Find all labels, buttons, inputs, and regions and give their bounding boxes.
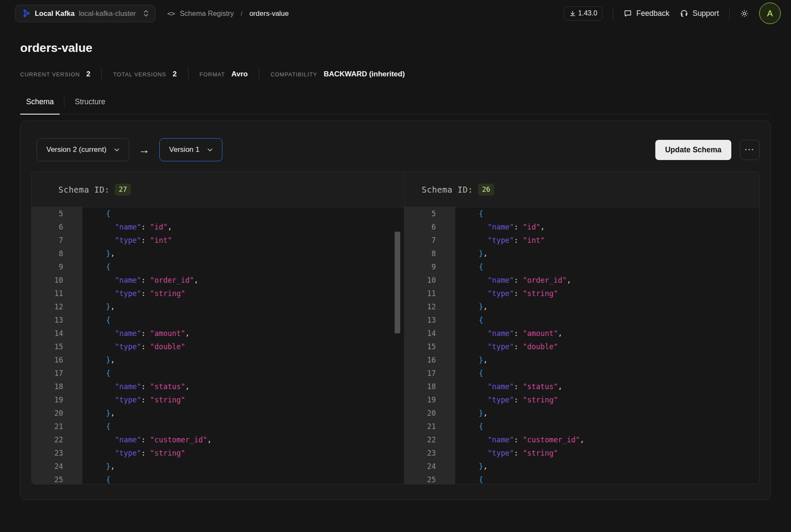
scrollbar-thumb[interactable] xyxy=(395,232,400,333)
schema-id-badge: 26 xyxy=(478,184,494,196)
line-number: 15 xyxy=(405,340,436,354)
line-number-gutter: 5678910111213141516171819202122232425 xyxy=(405,207,455,484)
divider xyxy=(64,96,64,107)
meta-total-versions: TOTAL VERSIONS 2 xyxy=(113,70,176,79)
support-button[interactable]: Support xyxy=(680,9,719,18)
meta-value: 2 xyxy=(86,70,90,79)
tab-structure[interactable]: Structure xyxy=(69,89,111,114)
tab-schema[interactable]: Schema xyxy=(20,89,60,114)
code-editor[interactable]: { "name": "id", "type": "int" }, { "name… xyxy=(455,207,759,484)
meta-row: CURRENT VERSION 2 TOTAL VERSIONS 2 FORMA… xyxy=(20,68,771,81)
theme-toggle-sun-icon[interactable] xyxy=(740,9,749,18)
code-line: "type": "string" xyxy=(461,287,759,300)
line-number: 20 xyxy=(32,407,63,420)
line-number: 14 xyxy=(32,327,63,340)
kafka-icon xyxy=(22,9,30,18)
schema-id-label: Schema ID: xyxy=(422,185,473,194)
diff-toolbar: Version 2 (current) → Version 1 Update S… xyxy=(21,121,770,161)
code-line: "name": "order_id", xyxy=(88,274,404,287)
code-line: }, xyxy=(461,300,759,314)
meta-value: 2 xyxy=(173,70,176,79)
code-brackets-icon: <> xyxy=(167,9,175,18)
cluster-id: local-kafka-cluster xyxy=(79,9,136,18)
line-number: 8 xyxy=(405,247,436,260)
code-line: { xyxy=(88,473,404,484)
code-line: "type": "int" xyxy=(461,234,759,247)
chat-bubble-icon xyxy=(624,9,632,18)
line-number: 23 xyxy=(32,447,63,460)
line-number: 21 xyxy=(32,420,63,433)
divider xyxy=(188,68,189,81)
line-number: 11 xyxy=(32,287,63,300)
code-line: "name": "status", xyxy=(88,380,404,393)
avatar[interactable]: A xyxy=(759,3,781,24)
line-number: 16 xyxy=(32,354,63,367)
line-number: 10 xyxy=(405,274,436,287)
meta-current-version: CURRENT VERSION 2 xyxy=(20,70,90,79)
meta-label: FORMAT xyxy=(200,71,225,78)
line-number: 5 xyxy=(32,207,63,221)
breadcrumb-separator: / xyxy=(239,10,244,17)
code-line: }, xyxy=(461,354,759,367)
line-number: 7 xyxy=(405,234,436,247)
version-select-left[interactable]: Version 2 (current) xyxy=(37,138,129,161)
breadcrumb-section[interactable]: Schema Registry xyxy=(180,9,234,18)
code-line: "name": "status", xyxy=(461,380,759,393)
code-line: }, xyxy=(88,300,404,314)
feedback-label: Feedback xyxy=(636,9,669,18)
line-number: 5 xyxy=(405,207,436,221)
schema-card: Version 2 (current) → Version 1 Update S… xyxy=(20,121,771,500)
diff-body: 5678910111213141516171819202122232425 { … xyxy=(32,207,759,484)
code-line: "type": "string" xyxy=(88,447,404,460)
meta-format: FORMAT Avro xyxy=(200,70,248,79)
code-line: "name": "order_id", xyxy=(461,274,759,287)
schema-diff: Schema ID: 27 Schema ID: 26 567891011121… xyxy=(31,172,760,484)
code-line: "type": "int" xyxy=(88,234,404,247)
meta-value: BACKWARD (inherited) xyxy=(324,70,405,79)
code-panel-right[interactable]: 5678910111213141516171819202122232425 { … xyxy=(404,207,759,484)
meta-compatibility: COMPATIBILITY BACKWARD (inherited) xyxy=(271,70,405,79)
divider xyxy=(101,68,102,81)
tab-bar: Schema Structure xyxy=(20,89,771,115)
line-number: 24 xyxy=(32,460,63,473)
diff-header-left: Schema ID: 27 xyxy=(32,172,404,207)
meta-label: TOTAL VERSIONS xyxy=(113,71,166,78)
line-number: 13 xyxy=(32,314,63,327)
line-number: 7 xyxy=(32,234,63,247)
code-line: { xyxy=(461,314,759,327)
breadcrumb: <> Schema Registry / orders-value xyxy=(167,9,289,18)
code-line: "type": "double" xyxy=(461,340,759,354)
code-line: }, xyxy=(88,407,404,420)
line-number: 9 xyxy=(405,260,436,274)
code-line: { xyxy=(461,367,759,380)
line-number: 22 xyxy=(32,433,63,447)
arrow-right-icon: → xyxy=(139,143,150,157)
code-editor[interactable]: { "name": "id", "type": "int" }, { "name… xyxy=(82,207,404,484)
page-title: orders-value xyxy=(20,41,771,55)
version-select-right[interactable]: Version 1 xyxy=(159,138,222,161)
code-panel-left[interactable]: 5678910111213141516171819202122232425 { … xyxy=(32,207,404,484)
code-line: { xyxy=(88,260,404,274)
app-version-badge[interactable]: 1.43.0 xyxy=(564,6,602,21)
divider xyxy=(259,68,259,81)
line-number: 9 xyxy=(32,260,63,274)
update-schema-button[interactable]: Update Schema xyxy=(655,140,731,160)
more-options-button[interactable]: ··· xyxy=(740,140,760,160)
line-number-gutter: 5678910111213141516171819202122232425 xyxy=(32,207,82,484)
code-line: }, xyxy=(88,460,404,473)
line-number: 17 xyxy=(405,367,436,380)
line-number: 8 xyxy=(32,247,63,260)
app-window: Local Kafka local-kafka-cluster <> Schem… xyxy=(0,0,791,532)
cluster-name: Local Kafka xyxy=(35,9,75,18)
code-line: "name": "id", xyxy=(461,221,759,234)
feedback-button[interactable]: Feedback xyxy=(624,9,669,18)
cluster-select[interactable]: Local Kafka local-kafka-cluster xyxy=(15,5,155,22)
updown-chevron-icon xyxy=(143,9,149,17)
code-line: "type": "double" xyxy=(88,340,404,354)
line-number: 13 xyxy=(405,314,436,327)
top-bar: Local Kafka local-kafka-cluster <> Schem… xyxy=(0,0,791,27)
line-number: 20 xyxy=(405,407,436,420)
code-line: "name": "amount", xyxy=(461,327,759,340)
code-line: "type": "string" xyxy=(88,287,404,300)
code-line: "type": "string" xyxy=(461,393,759,407)
